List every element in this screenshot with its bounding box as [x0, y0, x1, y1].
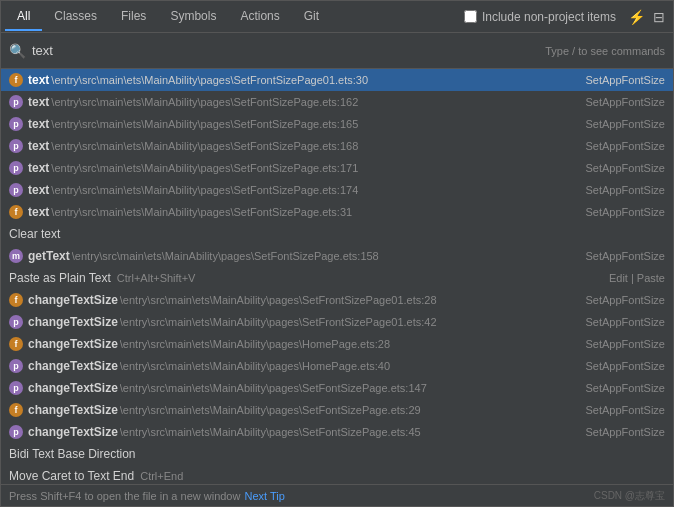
result-item[interactable]: p changeTextSize \entry\src\main\ets\Mai… — [1, 421, 673, 443]
badge-p: p — [9, 161, 23, 175]
result-name: changeTextSize — [28, 337, 118, 351]
result-name: changeTextSize — [28, 381, 118, 395]
result-item[interactable]: p text \entry\src\main\ets\MainAbility\p… — [1, 179, 673, 201]
result-item[interactable]: p changeTextSize \entry\src\main\ets\Mai… — [1, 377, 673, 399]
result-name: text — [28, 205, 49, 219]
result-item[interactable]: p changeTextSize \entry\src\main\ets\Mai… — [1, 355, 673, 377]
search-icon: 🔍 — [9, 43, 26, 59]
result-tag: SetAppFontSize — [586, 96, 666, 108]
tab-actions[interactable]: Actions — [228, 3, 291, 31]
result-path: \entry\src\main\ets\MainAbility\pages\Se… — [120, 316, 578, 328]
result-item[interactable]: f changeTextSize \entry\src\main\ets\Mai… — [1, 399, 673, 421]
result-path: \entry\src\main\ets\MainAbility\pages\Se… — [72, 250, 578, 262]
paste-plain-text-action[interactable]: Paste as Plain Text Ctrl+Alt+Shift+V Edi… — [1, 267, 673, 289]
result-tag: SetAppFontSize — [586, 404, 666, 416]
result-path: \entry\src\main\ets\MainAbility\pages\Se… — [51, 74, 577, 86]
result-item[interactable]: p text \entry\src\main\ets\MainAbility\p… — [1, 135, 673, 157]
include-non-project-checkbox[interactable] — [464, 10, 477, 23]
result-path: \entry\src\main\ets\MainAbility\pages\Ho… — [120, 360, 578, 372]
result-path: \entry\src\main\ets\MainAbility\pages\Se… — [120, 294, 578, 306]
paste-right-label: Edit | Paste — [609, 272, 665, 284]
result-name: changeTextSize — [28, 359, 118, 373]
results-list: f text \entry\src\main\ets\MainAbility\p… — [1, 69, 673, 484]
badge-p: p — [9, 315, 23, 329]
result-name: changeTextSize — [28, 403, 118, 417]
result-item[interactable]: f changeTextSize \entry\src\main\ets\Mai… — [1, 333, 673, 355]
tab-all[interactable]: All — [5, 3, 42, 31]
badge-f: f — [9, 403, 23, 417]
badge-f: f — [9, 205, 23, 219]
badge-p: p — [9, 381, 23, 395]
result-tag: SetAppFontSize — [586, 162, 666, 174]
result-tag: SetAppFontSize — [586, 74, 666, 86]
clear-text-action[interactable]: Clear text — [1, 223, 673, 245]
result-name: text — [28, 73, 49, 87]
result-tag: SetAppFontSize — [586, 118, 666, 130]
next-tip-button[interactable]: Next Tip — [244, 490, 284, 502]
paste-plain-text-label: Paste as Plain Text — [9, 271, 111, 285]
tab-classes[interactable]: Classes — [42, 3, 109, 31]
badge-p: p — [9, 425, 23, 439]
move-caret-shortcut: Ctrl+End — [140, 470, 183, 482]
move-caret-action[interactable]: Move Caret to Text End Ctrl+End — [1, 465, 673, 484]
search-bar: 🔍 Type / to see commands — [1, 33, 673, 69]
result-item[interactable]: f text \entry\src\main\ets\MainAbility\p… — [1, 69, 673, 91]
badge-f: f — [9, 73, 23, 87]
result-tag: SetAppFontSize — [586, 140, 666, 152]
result-name: changeTextSize — [28, 425, 118, 439]
result-item[interactable]: f changeTextSize \entry\src\main\ets\Mai… — [1, 289, 673, 311]
result-name: text — [28, 95, 49, 109]
result-tag: SetAppFontSize — [586, 382, 666, 394]
result-path: \entry\src\main\ets\MainAbility\pages\Se… — [120, 382, 578, 394]
main-container: All Classes Files Symbols Actions Git In… — [0, 0, 674, 507]
result-path: \entry\src\main\ets\MainAbility\pages\Se… — [51, 118, 577, 130]
bidi-text-action[interactable]: Bidi Text Base Direction — [1, 443, 673, 465]
bidi-text-label: Bidi Text Base Direction — [9, 447, 136, 461]
badge-p: p — [9, 139, 23, 153]
result-path: \entry\src\main\ets\MainAbility\pages\Se… — [51, 206, 577, 218]
badge-p: p — [9, 95, 23, 109]
result-name: changeTextSize — [28, 315, 118, 329]
result-item[interactable]: p changeTextSize \entry\src\main\ets\Mai… — [1, 311, 673, 333]
result-name: getText — [28, 249, 70, 263]
search-input[interactable] — [32, 43, 545, 58]
filter-icon[interactable]: ⚡ — [624, 7, 649, 27]
result-name: text — [28, 183, 49, 197]
tab-symbols[interactable]: Symbols — [158, 3, 228, 31]
result-name: changeTextSize — [28, 293, 118, 307]
result-path: \entry\src\main\ets\MainAbility\pages\Se… — [51, 184, 577, 196]
result-tag: SetAppFontSize — [586, 250, 666, 262]
status-bar: Press Shift+F4 to open the file in a new… — [1, 484, 673, 506]
tab-git[interactable]: Git — [292, 3, 331, 31]
result-name: text — [28, 161, 49, 175]
tab-bar: All Classes Files Symbols Actions Git In… — [1, 1, 673, 33]
badge-p: p — [9, 183, 23, 197]
result-tag: SetAppFontSize — [586, 294, 666, 306]
result-path: \entry\src\main\ets\MainAbility\pages\Se… — [51, 140, 577, 152]
result-item[interactable]: m getText \entry\src\main\ets\MainAbilit… — [1, 245, 673, 267]
badge-f: f — [9, 337, 23, 351]
include-non-project-label: Include non-project items — [482, 10, 616, 24]
badge-p: p — [9, 117, 23, 131]
paste-shortcut: Ctrl+Alt+Shift+V — [117, 272, 196, 284]
result-tag: SetAppFontSize — [586, 316, 666, 328]
result-tag: SetAppFontSize — [586, 206, 666, 218]
include-non-project-container: Include non-project items — [464, 10, 616, 24]
clear-text-label: Clear text — [9, 227, 60, 241]
result-path: \entry\src\main\ets\MainAbility\pages\Se… — [51, 162, 577, 174]
status-hint: Press Shift+F4 to open the file in a new… — [9, 490, 240, 502]
result-path: \entry\src\main\ets\MainAbility\pages\Se… — [120, 404, 578, 416]
move-caret-label: Move Caret to Text End — [9, 469, 134, 483]
result-tag: SetAppFontSize — [586, 360, 666, 372]
result-item[interactable]: f text \entry\src\main\ets\MainAbility\p… — [1, 201, 673, 223]
result-item[interactable]: p text \entry\src\main\ets\MainAbility\p… — [1, 157, 673, 179]
badge-m: m — [9, 249, 23, 263]
result-item[interactable]: p text \entry\src\main\ets\MainAbility\p… — [1, 91, 673, 113]
result-tag: SetAppFontSize — [586, 184, 666, 196]
layout-icon[interactable]: ⊟ — [649, 7, 669, 27]
result-item[interactable]: p text \entry\src\main\ets\MainAbility\p… — [1, 113, 673, 135]
result-path: \entry\src\main\ets\MainAbility\pages\Ho… — [120, 338, 578, 350]
badge-p: p — [9, 359, 23, 373]
result-tag: SetAppFontSize — [586, 338, 666, 350]
tab-files[interactable]: Files — [109, 3, 158, 31]
